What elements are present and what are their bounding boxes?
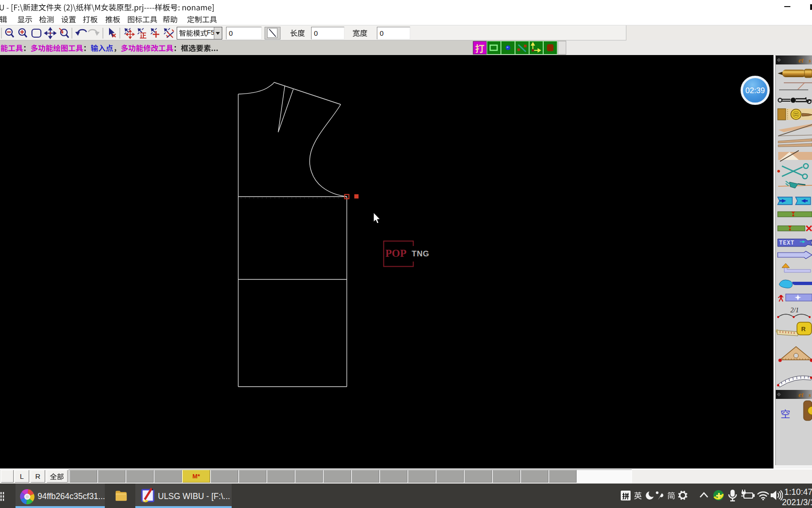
- svg-text:R: R: [801, 325, 806, 333]
- svg-text:POP: POP: [385, 247, 406, 259]
- svg-text:TEXT: TEXT: [779, 240, 795, 246]
- svg-text:2/1: 2/1: [790, 307, 799, 314]
- svg-text:02:39: 02:39: [745, 86, 765, 95]
- svg-text:TNG: TNG: [412, 249, 429, 258]
